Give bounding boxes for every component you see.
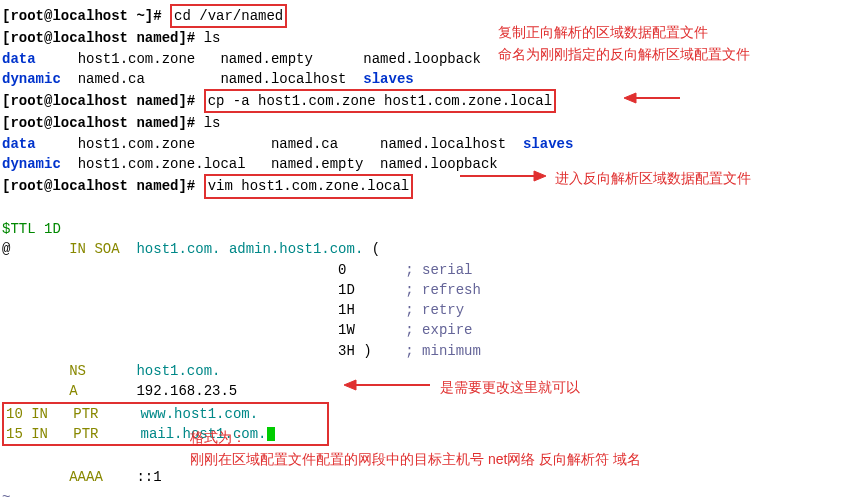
line-cp: [root@localhost named]# cp -a host1.com.… <box>2 89 851 113</box>
ptr-box: 10 IN PTR www.host1.com. 15 IN PTR mail.… <box>2 402 329 447</box>
zone-ptr2: 15 IN PTR mail.host1.com. <box>6 424 325 444</box>
cmd-cp-box: cp -a host1.com.zone host1.com.zone.loca… <box>204 89 556 113</box>
soa-ns: host1.com. <box>136 241 220 257</box>
ptr2-in: IN <box>31 426 48 442</box>
annotation-format2: 刚刚在区域配置文件配置的网段中的目标主机号 net网络 反向解析符 域名 <box>190 449 641 469</box>
annotation-format1: 格式为： <box>190 427 246 447</box>
prompt: [root@localhost ~]# <box>2 8 170 24</box>
cmd-vim-box: vim host1.com.zone.local <box>204 174 414 198</box>
ttl: $TTL 1D <box>2 221 61 237</box>
paren-open: ( <box>372 241 380 257</box>
expire: 1W <box>338 322 355 338</box>
zone-serial: 0 ; serial <box>2 260 851 280</box>
zone-aaaa: AAAA ::1 <box>2 467 851 487</box>
annotation-copy: 复制正向解析的区域数据配置文件 <box>498 22 708 42</box>
dir-data: data <box>2 136 36 152</box>
dir-slaves: slaves <box>363 71 413 87</box>
file: named.localhost <box>380 136 506 152</box>
retry: 1H <box>338 302 355 318</box>
dir-dynamic: dynamic <box>2 156 61 172</box>
file: named.localhost <box>220 71 346 87</box>
paren-close: ) <box>363 343 371 359</box>
blank <box>2 199 851 219</box>
soa-admin: admin.host1.com. <box>229 241 363 257</box>
line-ls2: [root@localhost named]# ls <box>2 113 851 133</box>
zone-ptr1: 10 IN PTR www.host1.com. <box>6 404 325 424</box>
file: host1.com.zone.local <box>78 156 246 172</box>
a-val: 192.168.23.5 <box>136 383 237 399</box>
dir-slaves: slaves <box>523 136 573 152</box>
file: named.empty <box>220 51 312 67</box>
rr-soa: SOA <box>94 241 119 257</box>
prompt: [root@localhost named]# <box>2 93 204 109</box>
ls1-row2: dynamic named.ca named.localhost slaves <box>2 69 851 89</box>
ptr1-val: www.host1.com. <box>140 406 258 422</box>
dir-dynamic: dynamic <box>2 71 61 87</box>
rr-ptr: PTR <box>73 406 98 422</box>
file: host1.com.zone <box>78 51 196 67</box>
zone-ttl: $TTL 1D <box>2 219 851 239</box>
cmd-cd: cd /var/named <box>174 8 283 24</box>
serial: 0 <box>338 262 346 278</box>
svg-marker-3 <box>534 171 546 181</box>
file: named.empty <box>271 156 363 172</box>
tilde1: ~ <box>2 487 851 500</box>
retry-cmt: ; retry <box>405 302 464 318</box>
cmd-ls: ls <box>204 30 221 46</box>
ns-val: host1.com. <box>136 363 220 379</box>
rr-a: A <box>69 383 77 399</box>
tilde: ~ <box>2 489 10 500</box>
annotation-vim: 进入反向解析区域数据配置文件 <box>555 168 751 188</box>
annotation-rename: 命名为刚刚指定的反向解析区域配置文件 <box>498 44 750 64</box>
arrow-right-icon <box>458 168 548 184</box>
ptr1-in: IN <box>31 406 48 422</box>
prompt: [root@localhost named]# <box>2 178 204 194</box>
at: @ <box>2 241 10 257</box>
file: named.loopback <box>363 51 481 67</box>
rr-ns: NS <box>69 363 86 379</box>
expire-cmt: ; expire <box>405 322 472 338</box>
serial-cmt: ; serial <box>405 262 472 278</box>
line-cd: [root@localhost ~]# cd /var/named <box>2 4 851 28</box>
file: named.ca <box>78 71 145 87</box>
svg-marker-1 <box>624 93 636 103</box>
cmd-ls: ls <box>204 115 221 131</box>
file: named.ca <box>271 136 338 152</box>
ptr2-n: 15 <box>6 426 23 442</box>
cmd-vim: vim host1.com.zone.local <box>208 178 410 194</box>
arrow-right-icon <box>622 90 682 106</box>
ptr1-n: 10 <box>6 406 23 422</box>
file: host1.com.zone <box>78 136 196 152</box>
cmd-cd-box: cd /var/named <box>170 4 287 28</box>
arrow-left-icon <box>342 377 432 393</box>
zone-retry: 1H ; retry <box>2 300 851 320</box>
dir-data: data <box>2 51 36 67</box>
rr-aaaa: AAAA <box>69 469 103 485</box>
ls2-row1: data host1.com.zone named.ca named.local… <box>2 134 851 154</box>
zone-soa: @ IN SOA host1.com. admin.host1.com. ( <box>2 239 851 259</box>
in: IN <box>69 241 86 257</box>
zone-minimum: 3H ) ; minimum <box>2 341 851 361</box>
rr-ptr: PTR <box>73 426 98 442</box>
cmd-cp: cp -a host1.com.zone host1.com.zone.loca… <box>208 93 552 109</box>
prompt: [root@localhost named]# <box>2 30 204 46</box>
annotation-change: 是需要更改这里就可以 <box>440 377 580 397</box>
minimum-cmt: ; minimum <box>405 343 481 359</box>
zone-expire: 1W ; expire <box>2 320 851 340</box>
svg-marker-5 <box>344 380 356 390</box>
prompt: [root@localhost named]# <box>2 115 204 131</box>
refresh: 1D <box>338 282 355 298</box>
refresh-cmt: ; refresh <box>405 282 481 298</box>
cursor-icon <box>267 427 275 441</box>
zone-refresh: 1D ; refresh <box>2 280 851 300</box>
minimum: 3H <box>338 343 355 359</box>
aaaa-val: ::1 <box>136 469 161 485</box>
